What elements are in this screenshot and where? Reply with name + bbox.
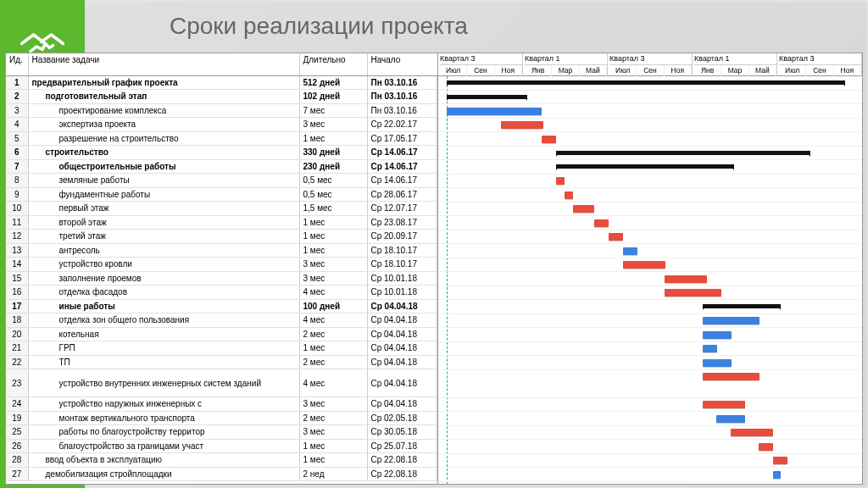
task-bar[interactable]	[542, 136, 556, 143]
task-bar[interactable]	[594, 219, 609, 227]
task-bar[interactable]	[565, 191, 573, 199]
table-row[interactable]: 16отделка фасадов4 месСр 10.01.18	[6, 286, 437, 300]
table-row[interactable]: 5разрешение на строительство1 месСр 17.0…	[6, 131, 437, 146]
table-row[interactable]: 23устройство внутренних инженерных систе…	[6, 369, 437, 397]
gantt-row[interactable]	[438, 454, 862, 469]
gantt-row[interactable]	[438, 230, 862, 245]
table-row[interactable]: 3проектирование комплекса7 месПн 03.10.1…	[6, 103, 437, 118]
task-bar[interactable]	[703, 345, 717, 352]
gantt-row[interactable]	[438, 328, 862, 342]
table-row[interactable]: 25работы по благоустройству территор3 ме…	[6, 425, 437, 440]
cell-name: ГРП	[28, 341, 299, 356]
task-bar[interactable]	[556, 177, 565, 185]
task-bar[interactable]	[447, 108, 542, 115]
cell-start: Ср 18.10.17	[367, 258, 437, 272]
table-row[interactable]: 20котельная2 месСр 04.04.18	[6, 327, 437, 341]
gantt-row[interactable]	[438, 272, 862, 286]
gantt-row[interactable]	[438, 426, 862, 441]
gantt-row[interactable]	[438, 468, 862, 482]
table-row[interactable]: 2подготовительный этап102 днейПн 03.10.1…	[6, 90, 437, 104]
table-row[interactable]: 13антресоль1 месСр 18.10.17	[6, 243, 437, 258]
summary-bar[interactable]	[556, 164, 734, 169]
summary-bar[interactable]	[703, 304, 781, 308]
table-row[interactable]: 17иные работы100 днейСр 04.04.18	[6, 299, 437, 313]
task-bar[interactable]	[623, 247, 637, 255]
summary-bar[interactable]	[556, 151, 810, 155]
gantt-row[interactable]	[438, 160, 862, 175]
gantt-row[interactable]	[438, 314, 862, 329]
task-bar[interactable]	[773, 457, 787, 464]
task-bar[interactable]	[609, 233, 623, 241]
table-row[interactable]: 15заполнение проемов3 месСр 10.01.18	[6, 271, 437, 286]
cell-duration: 4 мес	[299, 313, 367, 328]
gantt-row[interactable]	[438, 119, 862, 133]
task-bar[interactable]	[501, 121, 543, 129]
gantt-row[interactable]	[438, 202, 862, 217]
task-bar[interactable]	[703, 331, 732, 339]
col-name[interactable]: Название задачи	[28, 53, 299, 75]
col-duration[interactable]: Длительно	[299, 53, 367, 75]
gantt-row[interactable]	[438, 440, 862, 454]
task-bar[interactable]	[773, 471, 781, 479]
gantt-row[interactable]	[438, 76, 862, 91]
summary-bar[interactable]	[447, 95, 527, 99]
table-row[interactable]: 14устройство кровли3 месСр 18.10.17	[6, 258, 437, 272]
table-row[interactable]: 9фундаментные работы0,5 месСр 28.06.17	[6, 187, 437, 202]
table-row[interactable]: 12третий этаж1 месСр 20.09.17	[6, 230, 437, 244]
gantt-row[interactable]	[438, 132, 862, 147]
gantt-row[interactable]	[438, 258, 862, 273]
table-row[interactable]: 18отделка зон общего пользования4 месСр …	[6, 313, 437, 328]
cell-id: 20	[6, 327, 28, 341]
table-row[interactable]: 26благоустройство за границами участ1 ме…	[6, 439, 437, 453]
table-row[interactable]: 8земляные работы0,5 месСр 14.06.17	[6, 174, 437, 188]
table-row[interactable]: 27демобилизация стройплощадки2 недСр 22.…	[6, 467, 437, 481]
cell-id: 11	[6, 215, 28, 230]
col-start[interactable]: Начало	[367, 53, 437, 75]
task-bar[interactable]	[703, 359, 732, 367]
quarter-header: Квартал 1ЯнвМарМай	[693, 53, 777, 75]
task-bar[interactable]	[759, 443, 773, 451]
gantt-row[interactable]	[438, 244, 862, 258]
table-row[interactable]: 7общестроительные работы230 днейСр 14.06…	[6, 159, 437, 174]
gantt-body[interactable]	[438, 76, 862, 484]
cell-duration: 3 мес	[299, 258, 367, 272]
gantt-row[interactable]	[438, 91, 862, 105]
table-row[interactable]: 19монтаж вертикального транспорта2 месСр…	[6, 411, 437, 425]
task-bar[interactable]	[573, 205, 594, 213]
task-bar[interactable]	[665, 289, 721, 297]
cell-name: демобилизация стройплощадки	[28, 467, 299, 481]
table-row[interactable]: 28ввод объекта в эксплуатацию1 месСр 22.…	[6, 453, 437, 468]
gantt-row[interactable]	[438, 342, 862, 357]
gantt-row[interactable]	[438, 356, 862, 370]
gantt-row[interactable]	[438, 188, 862, 202]
table-row[interactable]: 4экспертиза проекта3 месСр 22.02.17	[6, 118, 437, 132]
cell-duration: 2 нед	[299, 467, 367, 481]
task-bar[interactable]	[665, 275, 707, 283]
task-bar[interactable]	[703, 317, 760, 324]
gantt-row[interactable]	[438, 216, 862, 230]
table-row[interactable]: 6строительство330 днейСр 14.06.17	[6, 146, 437, 160]
gantt-row[interactable]	[438, 286, 862, 301]
summary-bar[interactable]	[447, 80, 845, 85]
table-row[interactable]: 22ТП2 месСр 04.04.18	[6, 355, 437, 369]
cell-id: 8	[6, 174, 28, 188]
gantt-row[interactable]	[438, 412, 862, 426]
task-bar[interactable]	[731, 429, 773, 436]
table-row[interactable]: 24устройство наружных инженерных с3 месС…	[6, 397, 437, 412]
task-bar[interactable]	[703, 401, 745, 408]
gantt-row[interactable]	[438, 300, 862, 314]
gantt-row[interactable]	[438, 370, 862, 398]
cell-name: предварительный график проекта	[28, 75, 299, 90]
gantt-row[interactable]	[438, 104, 862, 119]
gantt-row[interactable]	[438, 398, 862, 413]
table-row[interactable]: 1предварительный график проекта512 днейП…	[6, 75, 437, 90]
gantt-row[interactable]	[438, 147, 862, 161]
table-row[interactable]: 11второй этаж1 месСр 23.08.17	[6, 215, 437, 230]
task-bar[interactable]	[716, 415, 745, 423]
task-bar[interactable]	[623, 261, 665, 269]
gantt-row[interactable]	[438, 175, 862, 189]
task-bar[interactable]	[703, 373, 760, 380]
table-row[interactable]: 10первый этаж1,5 месСр 12.07.17	[6, 202, 437, 216]
col-id[interactable]: Ид.	[6, 53, 28, 75]
table-row[interactable]: 21ГРП1 месСр 04.04.18	[6, 341, 437, 356]
